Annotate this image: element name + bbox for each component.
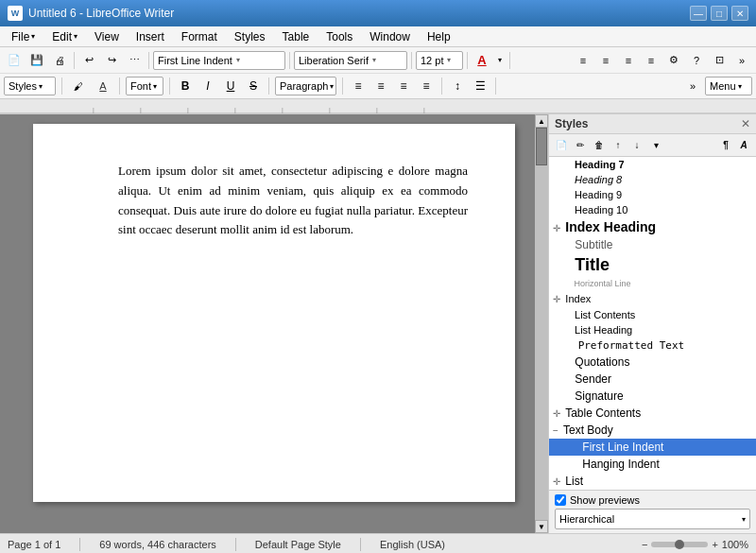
style-item-text-body[interactable]: − Text Body <box>549 422 756 439</box>
menu-insert[interactable]: Insert <box>129 28 172 45</box>
style-item-quotations[interactable]: Quotations <box>549 354 756 371</box>
line-spacing-button[interactable]: ↕ <box>448 77 467 95</box>
window-controls: — □ ✕ <box>690 6 748 21</box>
font-dropdown[interactable]: Liberation Serif ▾ <box>294 51 407 70</box>
extra-btn7[interactable]: ⊡ <box>709 51 730 70</box>
styles-move-down-btn[interactable]: ↓ <box>628 137 645 154</box>
extra-btn1[interactable]: ≡ <box>573 51 593 70</box>
strikethrough-button[interactable]: S <box>244 77 263 95</box>
scroll-up-btn[interactable]: ▲ <box>535 114 548 128</box>
styles-new-btn[interactable]: 📄 <box>553 137 570 154</box>
menu-tools[interactable]: Tools <box>318 28 360 45</box>
save-button[interactable]: 💾 <box>26 51 47 70</box>
extra-btn6[interactable]: ? <box>686 51 707 70</box>
font-color-button[interactable]: A <box>472 51 492 70</box>
style-item-list-contents[interactable]: List Contents <box>549 307 756 322</box>
more-button[interactable]: ⋯ <box>124 51 145 70</box>
style-item-table-contents[interactable]: ✛ Table Contents <box>549 405 756 422</box>
index-heading-label: Index Heading <box>565 219 656 234</box>
extra-btn2[interactable]: ≡ <box>595 51 616 70</box>
styles-toolbar: 📄 ✏ 🗑 ↑ ↓ ▾ ¶ A <box>549 134 756 157</box>
style-item-subtitle[interactable]: Subtitle <box>549 236 756 253</box>
menu-view[interactable]: View <box>87 28 127 45</box>
style-item-index-heading[interactable]: ✛ Index Heading <box>549 217 756 236</box>
fmt-sep3 <box>169 78 170 95</box>
underline-button[interactable]: U <box>221 77 240 95</box>
styles-para-btn[interactable]: ¶ <box>717 137 734 154</box>
menu-edit[interactable]: Edit ▾ <box>44 28 85 45</box>
style-item-heading10[interactable]: Heading 10 <box>549 202 756 217</box>
align-left-button[interactable]: ≡ <box>349 77 368 95</box>
bold-button[interactable]: B <box>176 77 195 95</box>
scroll-down-btn[interactable]: ▼ <box>535 520 548 533</box>
zoom-in-btn[interactable]: + <box>712 539 717 550</box>
italic-button[interactable]: I <box>198 77 217 95</box>
align-right-button[interactable]: ≡ <box>394 77 413 95</box>
zoom-out-btn[interactable]: − <box>642 539 647 550</box>
style-item-sender[interactable]: Sender <box>549 371 756 388</box>
style-item-signature[interactable]: Signature <box>549 388 756 405</box>
style-item-hanging-indent[interactable]: Hanging Indent <box>549 456 756 473</box>
maximize-button[interactable]: □ <box>711 6 728 21</box>
style-item-title[interactable]: Title <box>549 253 756 277</box>
vertical-scrollbar[interactable]: ▲ ▼ <box>535 114 548 533</box>
menu-btn[interactable]: Menu ▾ <box>705 77 752 95</box>
extra-btn5[interactable]: ⚙ <box>663 51 684 70</box>
close-button[interactable]: ✕ <box>731 6 748 21</box>
styles-list[interactable]: Heading 7 Heading 8 Heading 9 Heading 10… <box>549 157 756 490</box>
toolbar-overflow[interactable]: » <box>731 51 752 70</box>
styles-btn[interactable]: Styles ▾ <box>4 77 56 95</box>
size-dropdown[interactable]: 12 pt ▾ <box>416 51 463 70</box>
char-color-btn[interactable]: A <box>93 77 113 95</box>
style-item-index[interactable]: ✛ Index <box>549 290 756 307</box>
styles-move-up-btn[interactable]: ↑ <box>610 137 627 154</box>
style-item-first-line-indent[interactable]: First Line Indent <box>549 439 756 456</box>
color-dropdown-btn[interactable]: ▾ <box>494 51 506 70</box>
style-item-list[interactable]: ✛ List <box>549 473 756 490</box>
undo-button[interactable]: ↩ <box>78 51 99 70</box>
style-item-horizontal-line[interactable]: Horizontal Line <box>549 277 756 290</box>
minimize-button[interactable]: — <box>690 6 707 21</box>
font-label[interactable]: Font ▾ <box>126 77 163 95</box>
show-previews-label[interactable]: Show previews <box>570 494 640 506</box>
style-item-heading9[interactable]: Heading 9 <box>549 187 756 202</box>
page-content[interactable]: Lorem ipsum dolor sit amet, consectetur … <box>118 162 468 240</box>
menu-window[interactable]: Window <box>362 28 418 45</box>
print-button[interactable]: 🖨 <box>49 51 70 70</box>
menu-format[interactable]: Format <box>174 28 225 45</box>
style-item-preformatted[interactable]: Preformatted Text <box>549 337 756 354</box>
extra-btn4[interactable]: ≡ <box>641 51 662 70</box>
toolbar2-overflow[interactable]: » <box>682 77 703 95</box>
styles-type-value: Hierarchical <box>559 513 614 525</box>
scroll-thumb[interactable] <box>536 128 547 165</box>
toolbar-sep6 <box>509 52 510 69</box>
styles-char-btn[interactable]: A <box>735 137 752 154</box>
new-button[interactable]: 📄 <box>4 51 25 70</box>
menu-help[interactable]: Help <box>420 28 458 45</box>
highlight-btn[interactable]: 🖌 <box>68 77 89 95</box>
menu-styles[interactable]: Styles <box>227 28 273 45</box>
list-label: List <box>565 475 583 488</box>
align-justify-button[interactable]: ≡ <box>417 77 436 95</box>
styles-type-dropdown[interactable]: Hierarchical ▾ <box>555 509 750 529</box>
styles-edit-btn[interactable]: ✏ <box>572 137 589 154</box>
zoom-level: 100% <box>722 539 748 550</box>
style-item-heading8[interactable]: Heading 8 <box>549 172 756 187</box>
redo-button[interactable]: ↪ <box>101 51 122 70</box>
menu-table[interactable]: Table <box>275 28 318 45</box>
document-area[interactable]: Lorem ipsum dolor sit amet, consectetur … <box>0 114 548 533</box>
paragraph-label[interactable]: Paragraph ▾ <box>275 77 336 95</box>
style-item-heading7[interactable]: Heading 7 <box>549 157 756 172</box>
bullets-button[interactable]: ☰ <box>471 77 490 95</box>
align-center-button[interactable]: ≡ <box>371 77 390 95</box>
styles-close-btn[interactable]: ✕ <box>741 117 750 130</box>
style-item-list-heading[interactable]: List Heading <box>549 322 756 337</box>
styles-del-btn[interactable]: 🗑 <box>591 137 608 154</box>
fmt-sep1 <box>61 78 62 95</box>
menu-file[interactable]: File ▾ <box>4 28 43 45</box>
extra-btn3[interactable]: ≡ <box>618 51 639 70</box>
show-previews-checkbox[interactable] <box>555 494 566 506</box>
styles-filter-btn[interactable]: ▾ <box>647 137 664 154</box>
style-dropdown[interactable]: First Line Indent ▾ <box>153 51 285 70</box>
toolbar-sep4 <box>411 52 412 69</box>
